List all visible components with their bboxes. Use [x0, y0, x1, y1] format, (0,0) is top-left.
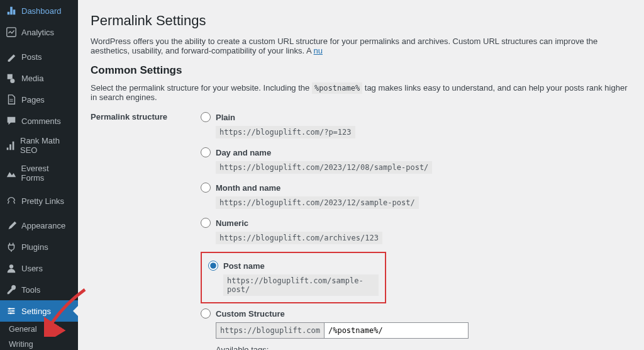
- comments-icon: [5, 115, 18, 127]
- sidebar-label: Rank Math SEO: [20, 136, 73, 155]
- sidebar-label: Users: [21, 264, 43, 273]
- example-url: https://bloguplift.com/?p=123: [216, 126, 355, 138]
- sidebar-label: Everest Forms: [21, 164, 73, 183]
- example-url: https://bloguplift.com/archives/123: [216, 232, 382, 244]
- radio-plain[interactable]: [201, 112, 211, 122]
- sidebar-item-posts[interactable]: Posts: [0, 46, 78, 67]
- sidebar-label: Appearance: [21, 221, 65, 230]
- plugins-icon: [5, 240, 18, 253]
- main-content: Permalink Settings WordPress offers you …: [78, 0, 644, 350]
- analytics-icon: [5, 26, 18, 38]
- structure-options: Plain https://bloguplift.com/?p=123 Day …: [201, 112, 631, 350]
- option-label[interactable]: Custom Structure: [216, 309, 285, 319]
- rankmath-icon: [5, 139, 16, 152]
- common-settings-heading: Common Settings: [91, 64, 631, 77]
- structure-label: Permalink structure: [91, 112, 201, 121]
- sidebar-item-plugins[interactable]: Plugins: [0, 236, 78, 257]
- example-url: https://bloguplift.com/2023/12/08/sample…: [216, 161, 432, 174]
- custom-prefix: https://bloguplift.com: [216, 322, 324, 339]
- media-icon: [5, 72, 18, 84]
- tools-icon: [5, 283, 18, 296]
- common-help: Select the permalink structure for your …: [91, 83, 631, 102]
- sidebar-label: Media: [21, 74, 43, 83]
- option-post-name: Post name https://bloguplift.com/sample-…: [201, 252, 386, 303]
- radio-numeric[interactable]: [201, 218, 211, 228]
- example-url: https://bloguplift.com/sample-post/: [223, 274, 379, 296]
- option-day-name: Day and name https://bloguplift.com/2023…: [201, 147, 631, 174]
- option-label[interactable]: Post name: [223, 261, 265, 271]
- sidebar-item-everest[interactable]: Everest Forms: [0, 159, 78, 187]
- option-numeric: Numeric https://bloguplift.com/archives/…: [201, 218, 631, 244]
- sidebar-item-dashboard[interactable]: Dashboard: [0, 0, 78, 21]
- example-url: https://bloguplift.com/2023/12/sample-po…: [216, 196, 419, 209]
- dashboard-icon: [5, 4, 18, 17]
- sidebar-label: Settings: [21, 307, 51, 316]
- pages-icon: [5, 93, 18, 106]
- sidebar-label: Pages: [21, 95, 45, 104]
- intro-link[interactable]: nu: [314, 46, 323, 55]
- sidebar-item-rankmath[interactable]: Rank Math SEO: [0, 132, 78, 159]
- sidebar-label: Pretty Links: [21, 196, 64, 206]
- sidebar-label: Posts: [21, 52, 42, 62]
- sidebar-sub-general[interactable]: General: [0, 322, 78, 337]
- sidebar-item-settings[interactable]: Settings: [0, 300, 78, 322]
- intro-text: WordPress offers you the ability to crea…: [91, 37, 631, 55]
- radio-month-name[interactable]: [201, 183, 211, 193]
- sidebar-label: Plugins: [21, 242, 48, 252]
- svg-point-1: [9, 264, 13, 268]
- radio-custom[interactable]: [201, 308, 211, 319]
- prettylinks-icon: [5, 195, 18, 207]
- admin-sidebar: Dashboard Analytics Posts Media Pages Co…: [0, 0, 78, 350]
- sidebar-item-media[interactable]: Media: [0, 67, 78, 89]
- radio-day-name[interactable]: [201, 147, 211, 157]
- svg-point-3: [12, 310, 14, 312]
- custom-structure-row: https://bloguplift.com: [216, 322, 631, 339]
- svg-point-4: [10, 312, 12, 314]
- sidebar-item-tools[interactable]: Tools: [0, 279, 78, 300]
- sidebar-label: Analytics: [21, 28, 54, 37]
- radio-post-name[interactable]: [208, 261, 218, 271]
- settings-icon: [5, 305, 18, 317]
- sidebar-label: Tools: [21, 285, 40, 295]
- sidebar-item-comments[interactable]: Comments: [0, 110, 78, 132]
- forms-icon: [5, 167, 18, 179]
- svg-point-2: [9, 308, 11, 310]
- available-tags-label: Available tags:: [216, 345, 631, 350]
- sidebar-item-pages[interactable]: Pages: [0, 89, 78, 110]
- option-custom: Custom Structure https://bloguplift.com …: [201, 308, 631, 350]
- page-title: Permalink Settings: [91, 13, 631, 29]
- custom-structure-input[interactable]: [324, 322, 469, 339]
- option-month-name: Month and name https://bloguplift.com/20…: [201, 183, 631, 209]
- sidebar-item-prettylinks[interactable]: Pretty Links: [0, 190, 78, 212]
- sidebar-item-analytics[interactable]: Analytics: [0, 21, 78, 43]
- postname-code: %postname%: [312, 82, 362, 94]
- sidebar-label: Comments: [21, 116, 61, 126]
- users-icon: [5, 262, 18, 274]
- sidebar-item-users[interactable]: Users: [0, 257, 78, 279]
- option-label[interactable]: Month and name: [216, 183, 280, 193]
- sidebar-label: Dashboard: [21, 6, 62, 16]
- sidebar-sub-writing[interactable]: Writing: [0, 337, 78, 350]
- option-label[interactable]: Numeric: [216, 218, 248, 228]
- option-label[interactable]: Plain: [216, 113, 235, 122]
- sidebar-item-appearance[interactable]: Appearance: [0, 215, 78, 236]
- appearance-icon: [5, 219, 18, 232]
- option-plain: Plain https://bloguplift.com/?p=123: [201, 112, 631, 138]
- option-label[interactable]: Day and name: [216, 148, 271, 157]
- posts-icon: [5, 50, 18, 63]
- permalink-structure-row: Permalink structure Plain https://blogup…: [91, 112, 631, 350]
